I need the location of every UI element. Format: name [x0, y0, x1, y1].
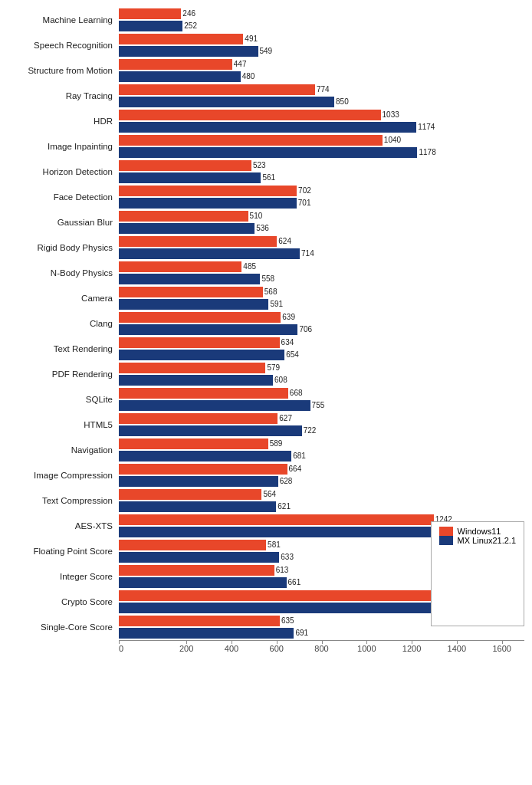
blue-bar-row: 654: [119, 349, 524, 360]
orange-bar: [119, 514, 434, 525]
orange-bar: [119, 287, 263, 297]
blue-bar-row: 1174: [119, 121, 524, 133]
blue-bar: [119, 451, 291, 461]
blue-bar: [119, 375, 273, 386]
blue-bar-row: 561: [119, 172, 524, 183]
bar-group-row: HTML5627722: [8, 412, 524, 436]
blue-bar-value: 558: [260, 274, 274, 283]
orange-bar-value: 1033: [381, 110, 399, 119]
bar-group-row: Rigid Body Physics624714: [8, 235, 524, 259]
blue-bar: [119, 97, 334, 107]
blue-bar-value: 480: [241, 72, 255, 80]
blue-bar-value: 691: [294, 629, 308, 637]
orange-bar: [119, 540, 266, 550]
orange-bar-value: 624: [277, 237, 291, 245]
blue-bar-value: 621: [276, 502, 291, 511]
blue-bar-row: 558: [119, 273, 524, 284]
orange-bar-value: 634: [280, 338, 294, 347]
blue-bar: [119, 400, 310, 411]
orange-bar-row: 491: [119, 33, 524, 44]
bar-label: HTML5: [8, 420, 119, 429]
x-tick-label: 0: [119, 644, 164, 653]
orange-bar-row: 510: [119, 210, 524, 222]
bar-group-row: Image Inpainting10401178: [8, 134, 524, 158]
orange-bar-value: 702: [297, 186, 311, 195]
bar-label: Floating Point Score: [8, 547, 119, 556]
bar-label: Speech Recognition: [8, 41, 119, 50]
orange-bar-value: 491: [243, 34, 258, 43]
blue-bar-value: 701: [297, 199, 311, 207]
bar-group-row: Camera568591: [8, 286, 524, 310]
x-tick-label: 1000: [344, 644, 389, 653]
blue-bar-value: 654: [284, 350, 299, 359]
bar-label: N-Body Physics: [8, 268, 119, 278]
orange-bar-value: 579: [265, 363, 280, 372]
bar-label: Image Inpainting: [8, 142, 119, 151]
blue-bar: [119, 299, 268, 310]
bar-label: Image Compression: [8, 471, 119, 480]
bar-label: Structure from Motion: [8, 66, 119, 75]
orange-bar: [119, 211, 248, 222]
bar-label: Gaussian Blur: [8, 218, 119, 227]
orange-bar-row: 568: [119, 286, 524, 297]
bar-label: Rigid Body Physics: [8, 243, 119, 252]
blue-bar: [119, 223, 255, 234]
orange-bar-row: 1040: [119, 134, 524, 146]
blue-bar-row: 252: [119, 20, 524, 31]
bars-group: 627722: [119, 412, 524, 436]
bar-group-row: Speech Recognition491549: [8, 33, 524, 57]
bar-group-row: Clang639706: [8, 311, 524, 335]
bar-group-row: Navigation589681: [8, 438, 524, 461]
bar-group-row: SQLite668755: [8, 387, 524, 411]
orange-bar-value: 447: [232, 60, 247, 68]
bar-label: Crypto Score: [8, 597, 119, 606]
bar-group-row: Machine Learning246252: [8, 8, 524, 31]
blue-bar: [119, 71, 241, 82]
bar-group-row: Gaussian Blur510536: [8, 210, 524, 234]
orange-bar-row: 634: [119, 337, 524, 348]
orange-bar: [119, 489, 261, 500]
blue-bar: [119, 527, 478, 537]
orange-bar-value: 668: [288, 389, 303, 397]
blue-bar: [119, 122, 416, 133]
orange-bar-row: 639: [119, 311, 524, 323]
blue-bar: [119, 476, 278, 487]
bar-group-row: PDF Rendering579608: [8, 362, 524, 386]
blue-bar: [119, 147, 417, 158]
blue-bar-value: 608: [273, 376, 287, 384]
orange-bar-row: 564: [119, 488, 524, 500]
bars-group: 668755: [119, 387, 524, 411]
blue-bar-row: 1178: [119, 146, 524, 158]
orange-bar-value: 639: [281, 313, 295, 321]
orange-bar: [119, 413, 277, 424]
orange-bar-value: 774: [315, 85, 330, 94]
blue-bar: [119, 21, 182, 31]
chart-container: Machine Learning246252Speech Recognition…: [8, 8, 524, 653]
bar-group-row: Horizon Detection523561: [8, 159, 524, 183]
legend-color-swatch: [439, 536, 453, 545]
blue-bar-value: 850: [334, 97, 349, 106]
blue-bar-value: 549: [258, 47, 273, 55]
bar-label: Single-Core Score: [8, 622, 119, 632]
orange-bar: [119, 616, 280, 626]
orange-bar-value: 510: [248, 212, 263, 220]
orange-bar: [119, 236, 277, 247]
orange-bar-row: 246: [119, 8, 524, 19]
orange-bar: [119, 160, 251, 171]
orange-bar: [119, 590, 434, 601]
blue-bar: [119, 628, 294, 639]
orange-bar: [119, 337, 280, 348]
x-tick-label: 800: [299, 644, 344, 653]
blue-bar-value: 536: [255, 224, 269, 232]
orange-bar: [119, 110, 381, 120]
orange-bar-row: 447: [119, 58, 524, 70]
blue-bar-row: 536: [119, 222, 524, 234]
blue-bar-value: 706: [297, 325, 312, 333]
bar-label: Clang: [8, 319, 119, 328]
orange-bar-value: 613: [274, 566, 289, 574]
orange-bar: [119, 565, 274, 576]
bars-group: 568591: [119, 286, 524, 310]
x-tick-label: 600: [254, 644, 299, 653]
blue-bar-row: 591: [119, 298, 524, 310]
bar-label: Camera: [8, 294, 119, 303]
